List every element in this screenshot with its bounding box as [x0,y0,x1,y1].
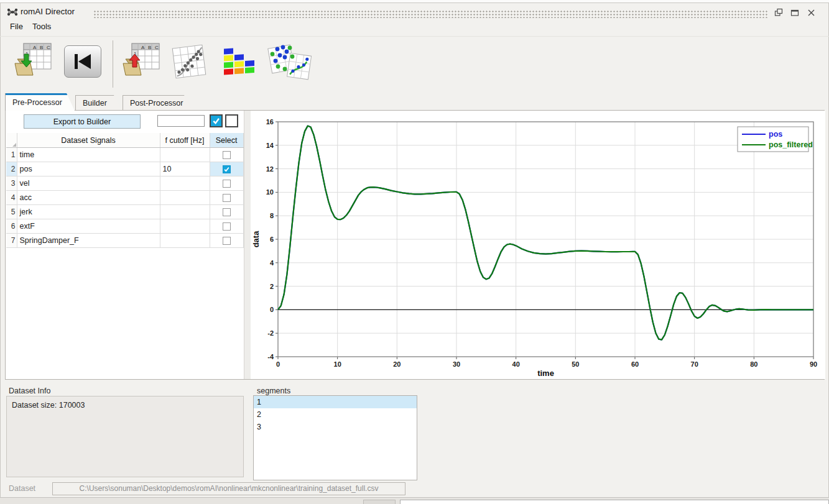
dataset-path-field[interactable]: C:\Users\sonuman\Desktop\demos\romAI\non… [52,482,405,495]
svg-text:80: 80 [750,360,757,368]
svg-text:6: 6 [270,236,274,243]
row-number[interactable]: 7 [6,234,17,248]
export-dataset-icon[interactable]: A B C 1 [121,42,160,84]
histogram-icon[interactable] [219,42,259,84]
background-window-strip [0,497,829,504]
table-row[interactable]: 4acc [6,191,243,205]
svg-text:40: 40 [512,360,520,368]
segments-label: segments [257,387,290,395]
toolbar: A B C 1 A B [0,36,829,94]
col-f-cutoff[interactable]: f cutoff [Hz] [160,133,210,148]
table-row[interactable]: 7SpringDamper_F [6,234,243,248]
row-number[interactable]: 3 [6,176,17,191]
menu-tools[interactable]: Tools [30,21,53,35]
title-bar[interactable]: romAI Director [0,2,829,20]
dock-drag-handle[interactable] [93,10,769,18]
dataset-info-box: Dataset size: 170003 [6,396,244,477]
signal-name-cell[interactable]: pos [17,162,160,176]
table-row[interactable]: 6extF [6,219,243,234]
row-number[interactable]: 6 [6,219,17,234]
import-dataset-icon[interactable]: A B C 1 [12,42,52,84]
cutoff-cell[interactable]: 10 [160,162,210,176]
tab-post-processor[interactable]: Post-Processor [123,95,192,111]
select-cell[interactable] [210,148,243,162]
row-checkbox[interactable] [223,222,231,231]
select-cell[interactable] [210,191,243,205]
select-cell[interactable] [210,205,243,219]
svg-text:70: 70 [691,360,698,368]
select-all-checkbox[interactable] [210,114,223,127]
float-window-button[interactable] [772,7,785,18]
svg-text:B: B [148,45,151,50]
tab-pre-processor[interactable]: Pre-Processor [5,93,75,111]
maximize-button[interactable] [789,7,801,18]
svg-text:2: 2 [270,283,274,290]
col-dataset-signals[interactable]: Dataset Signals [17,133,160,148]
row-checkbox[interactable] [223,180,231,188]
tab-builder[interactable]: Builder [75,95,122,111]
row-checkbox[interactable] [223,165,231,173]
signal-chart: 0102030405060708090-4-20246810121416time… [251,111,825,379]
svg-text:10: 10 [266,188,274,196]
step-back-button[interactable] [64,45,101,78]
corner-header[interactable] [6,133,17,148]
segment-item[interactable]: 3 [254,421,417,433]
svg-text:pos: pos [769,130,782,139]
svg-text:time: time [537,369,554,378]
svg-text:-2: -2 [267,329,274,337]
svg-text:50: 50 [572,360,579,368]
table-row[interactable]: 2pos10 [6,162,243,176]
clustering-icon[interactable] [266,42,313,84]
row-checkbox[interactable] [223,194,231,202]
select-cell[interactable] [210,219,243,234]
chart-pane: 0102030405060708090-4-20246810121416time… [251,111,825,379]
background-window-fragment [400,500,829,504]
signal-name-cell[interactable]: SpringDamper_F [17,234,160,248]
signals-pane: Export to Builder Dataset Signals f cuto… [6,111,244,379]
cutoff-cell[interactable] [160,205,210,219]
table-row[interactable]: 1time [6,148,243,162]
select-cell[interactable] [210,176,243,191]
cutoff-cell[interactable] [160,234,210,248]
row-checkbox[interactable] [223,237,231,245]
signal-name-cell[interactable]: extF [17,219,160,234]
svg-text:90: 90 [810,360,817,368]
table-row[interactable]: 3vel [6,176,243,191]
menu-file[interactable]: File [7,21,25,35]
row-number[interactable]: 1 [6,148,17,162]
svg-text:30: 30 [453,360,460,368]
row-number[interactable]: 2 [6,162,17,176]
signal-name-cell[interactable]: acc [17,191,160,205]
table-row[interactable]: 5jerk [6,205,243,219]
cutoff-cell[interactable] [160,148,210,162]
svg-text:C: C [155,45,159,50]
dataset-signals-table: Dataset Signals f cutoff [Hz] Select 1ti… [6,133,244,248]
row-number[interactable]: 4 [6,191,17,205]
cutoff-cell[interactable] [160,219,210,234]
segments-list[interactable]: 123 [253,395,417,480]
toolbar-separator [113,40,113,88]
close-icon[interactable] [805,7,817,18]
svg-text:B: B [40,45,43,50]
signal-name-cell[interactable]: vel [17,176,160,191]
signal-name-cell[interactable]: time [17,148,160,162]
deselect-all-checkbox[interactable] [225,114,238,127]
cutoff-cell[interactable] [160,176,210,191]
cutoff-input[interactable] [157,115,205,127]
select-cell[interactable] [210,162,243,176]
background-window-fragment [363,500,396,504]
col-select[interactable]: Select [210,133,243,148]
row-number[interactable]: 5 [6,205,17,219]
signal-name-cell[interactable]: jerk [17,205,160,219]
scatter-plot-icon[interactable] [169,42,209,84]
segment-item[interactable]: 1 [254,396,417,408]
row-checkbox[interactable] [223,151,231,159]
cutoff-cell[interactable] [160,191,210,205]
export-to-builder-button[interactable]: Export to Builder [24,114,141,129]
svg-text:10: 10 [334,360,341,368]
row-checkbox[interactable] [223,208,231,216]
segment-item[interactable]: 2 [254,408,417,421]
select-cell[interactable] [210,234,243,248]
svg-text:14: 14 [266,142,274,149]
svg-text:12: 12 [266,165,274,173]
